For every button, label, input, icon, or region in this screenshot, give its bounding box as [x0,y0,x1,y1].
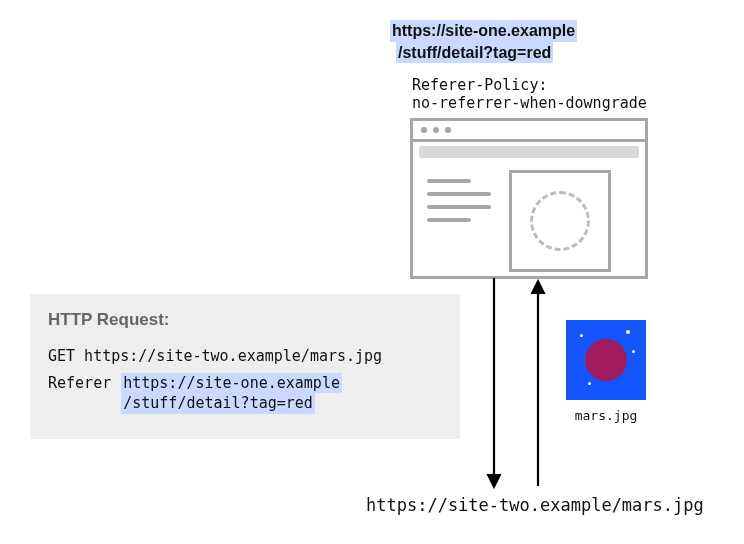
window-dot-icon [421,127,427,133]
window-dot-icon [445,127,451,133]
browser-urlbar [419,146,639,158]
window-dot-icon [433,127,439,133]
http-header-name: Referer [48,373,111,392]
policy-value: no-referrer-when-downgrade [412,94,647,112]
policy-label: Referer-Policy: [412,76,547,94]
http-request-box: HTTP Request: GET https://site-two.examp… [30,294,460,439]
referer-value-line1: https://site-one.example [121,373,342,393]
image-placeholder [509,170,611,272]
resource-url: https://site-two.example/mars.jpg [366,495,704,515]
loading-placeholder-icon [530,191,590,251]
origin-url-line2: /stuff/detail?tag=red [396,42,553,64]
origin-url-line1: https://site-one.example [390,20,577,42]
browser-window [410,118,648,279]
page-text-placeholder [427,170,491,272]
referer-value-line2: /stuff/detail?tag=red [121,393,315,413]
mars-filename: mars.jpg [560,408,652,423]
http-request-title: HTTP Request: [48,310,442,330]
planet-icon [585,339,627,381]
http-request-line: GET https://site-two.example/mars.jpg [48,346,382,365]
referer-policy: Referer-Policy: no-referrer-when-downgra… [412,76,647,112]
mars-image [566,320,646,400]
origin-page-url: https://site-one.example /stuff/detail?t… [390,20,577,63]
http-header-value: https://site-one.example /stuff/detail?t… [121,373,342,414]
browser-titlebar [413,121,645,142]
